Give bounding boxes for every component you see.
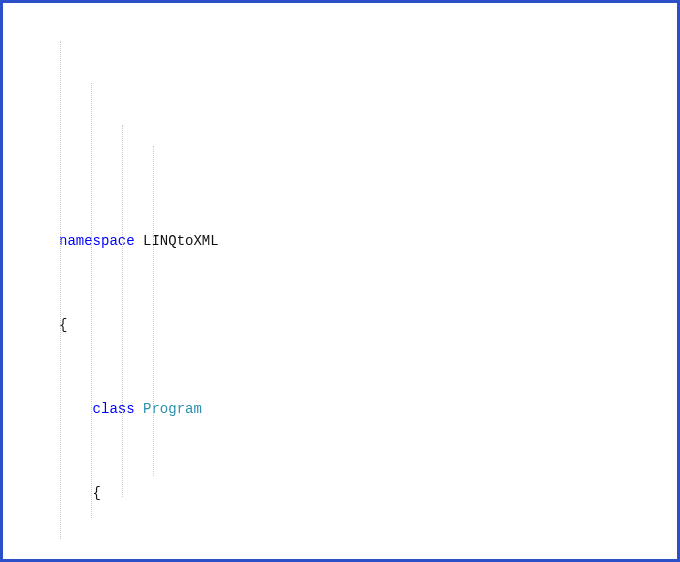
code-frame: namespace LINQtoXML { class Program { st… bbox=[0, 0, 680, 562]
indent bbox=[59, 399, 93, 420]
code-line: { bbox=[3, 483, 677, 504]
text bbox=[135, 401, 143, 417]
type-program: Program bbox=[143, 401, 202, 417]
code-line: namespace LINQtoXML bbox=[3, 231, 677, 252]
kw-class: class bbox=[93, 401, 135, 417]
namespace-name: LINQtoXML bbox=[143, 233, 219, 249]
indent bbox=[59, 483, 93, 504]
code-line: class Program bbox=[3, 399, 677, 420]
text bbox=[135, 233, 143, 249]
code-line: { bbox=[3, 315, 677, 336]
kw-namespace: namespace bbox=[59, 233, 135, 249]
code-block: namespace LINQtoXML { class Program { st… bbox=[3, 3, 677, 562]
brace-open: { bbox=[93, 485, 101, 501]
brace-open: { bbox=[59, 317, 67, 333]
